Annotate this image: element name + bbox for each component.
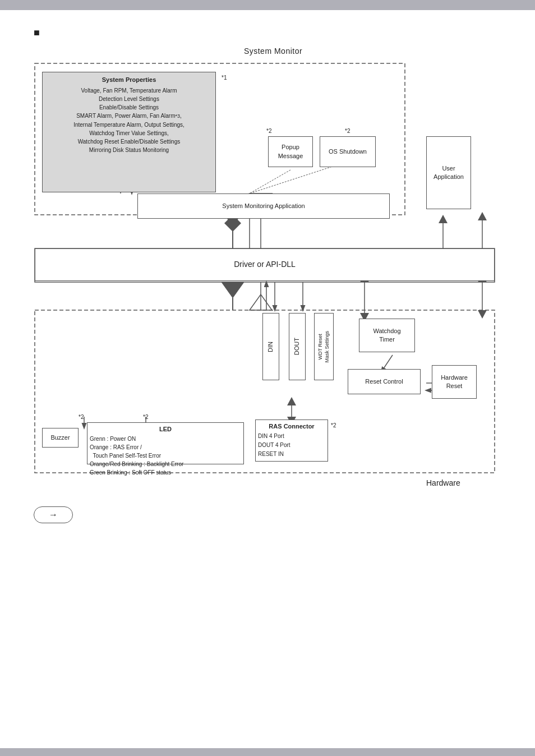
svg-marker-36 [250,294,272,310]
svg-marker-34 [222,282,244,298]
watchdog-timer-box: WatchdogTimer [359,319,415,352]
system-monitoring-app-label: System Monitoring Application [222,202,305,210]
system-properties-box: System Properties Voltage, Fan RPM, Temp… [42,72,216,192]
hardware-reset-label: HardwareReset [441,374,468,391]
system-monitor-label: System Monitor [34,47,513,56]
hardware-reset-box: HardwareReset [432,365,477,399]
driver-api-dll-box: Driver or API-DLL [35,248,495,281]
popup-message-label: PopupMessage [278,143,303,160]
ras-connector-title: RAS Connector [258,422,325,431]
led-box: LED Grenn : Power ON Orange : RAS Error … [87,422,244,464]
note-2b: *2 [345,128,350,134]
bullet-point: ■ [34,27,513,39]
user-application-box: UserApplication [426,136,471,209]
din-label: DIN [266,342,275,352]
buzzer-box: Buzzer [42,428,79,448]
svg-marker-43 [478,310,487,319]
note-2a: *2 [266,128,271,134]
dout-label: DOUT [293,338,301,355]
note-2c: *2 [79,414,84,420]
user-application-label: UserApplication [433,164,464,182]
system-properties-title: System Properties [46,76,212,84]
svg-marker-28 [287,397,296,405]
reset-control-box: Reset Control [348,369,421,394]
bottom-bar [0,748,535,756]
note-1: *1 [222,75,227,81]
note-2d: *2 [143,414,148,420]
buzzer-label: Buzzer [50,434,70,442]
arrow-icon: → [34,506,73,523]
din-box: DIN [262,313,279,380]
os-shutdown-box: OS Shutdown [320,136,376,167]
ras-connector-box: RAS Connector DIN 4 Port DOUT 4 Port RES… [255,420,328,462]
watchdog-timer-label: WatchdogTimer [373,327,400,344]
led-title: LED [90,425,241,434]
os-shutdown-label: OS Shutdown [329,147,367,156]
driver-api-dll-label: Driver or API-DLL [234,259,296,270]
svg-marker-39 [478,212,487,220]
wdt-reset-box: WDT ResetMask Settings [314,313,334,380]
wdt-reset-label: WDT ResetMask Settings [317,331,330,363]
note-arrow-section: → [34,506,513,523]
svg-line-12 [250,170,290,193]
system-monitoring-app-box: System Monitoring Application [137,193,390,219]
popup-message-box: PopupMessage [268,136,313,167]
dout-box: DOUT [289,313,306,380]
hardware-label: Hardware [426,478,460,487]
note-2e: *2 [331,422,336,428]
diagram-wrapper: System Properties Voltage, Fan RPM, Temp… [34,58,516,495]
arrow-symbol: → [49,510,58,520]
reset-control-label: Reset Control [365,377,403,386]
top-bar [0,0,535,10]
ras-connector-lines: DIN 4 Port DOUT 4 Port RESET IN [258,432,325,459]
led-lines: Grenn : Power ON Orange : RAS Error / To… [90,435,241,477]
system-properties-lines: Voltage, Fan RPM, Temperature Alarm Dete… [46,86,212,154]
svg-marker-14 [439,215,448,223]
